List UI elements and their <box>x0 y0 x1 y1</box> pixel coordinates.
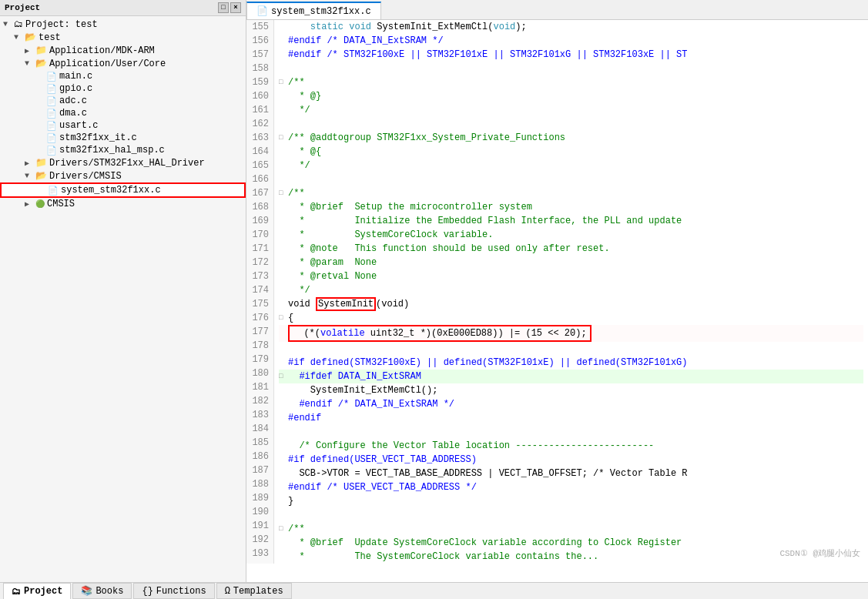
line-num-178: 178 <box>251 339 269 353</box>
tree-item-drivers-cmsis[interactable]: ▼📂Drivers/CMSIS <box>0 169 246 182</box>
fold-180[interactable]: □ <box>279 370 288 383</box>
tree-label-dma-c: dma.c <box>59 108 87 119</box>
tree-container: ▼🗂Project: test▼📂test▶📁Application/MDK-A… <box>0 16 246 582</box>
tree-item-stm32f1xx-it[interactable]: 📄stm32f1xx_it.c <box>0 132 246 144</box>
close-btn[interactable]: × <box>230 2 241 13</box>
line-num-166: 166 <box>251 172 269 186</box>
books-tab-label: Books <box>96 586 123 597</box>
tree-item-project-root[interactable]: ▼🗂Project: test <box>0 18 246 31</box>
tree-item-app-mdk[interactable]: ▶📁Application/MDK-ARM <box>0 44 246 57</box>
tree-item-usart-c[interactable]: 📄usart.c <box>0 119 246 132</box>
tree-item-app-user[interactable]: ▼📂Application/User/Core <box>0 57 246 70</box>
tree-label-cmsis: CMSIS <box>47 199 75 209</box>
tree-label-stm32f1xx-hal: stm32f1xx_hal_msp.c <box>59 145 165 156</box>
code-content-172: * @param None <box>288 256 863 269</box>
line-num-173: 173 <box>251 269 269 283</box>
folder-icon-drivers-hal: 📁 <box>35 157 47 169</box>
code-line-177: (*(volatile uint32_t *)(0xE000ED88)) |= … <box>279 325 863 342</box>
fold-163[interactable]: □ <box>279 131 288 145</box>
code-line-181: SystemInit_ExtMemCtl(); <box>279 383 863 397</box>
panel-title: Project <box>5 3 40 12</box>
code-content-182: #endif /* DATA_IN_ExtSRAM */ <box>288 397 863 411</box>
bottom-tab-project[interactable]: 🗂 Project <box>3 583 71 599</box>
code-content: 1551561571581591601611621631641651661671… <box>246 20 868 564</box>
code-content-162 <box>288 117 863 131</box>
code-area[interactable]: 1551561571581591601611621631641651661671… <box>246 20 868 582</box>
line-num-184: 184 <box>251 422 269 436</box>
line-num-170: 170 <box>251 228 269 242</box>
tree-item-gpio-c[interactable]: 📄gpio.c <box>0 82 246 95</box>
code-line-159: □/** <box>279 75 863 89</box>
code-content-174: */ <box>288 283 863 297</box>
tree-label-gpio-c: gpio.c <box>59 83 92 94</box>
fold-159[interactable]: □ <box>279 75 288 89</box>
line-num-190: 190 <box>251 505 269 519</box>
bottom-bar: 🗂 Project📚 Books{} FunctionsΩ Templates <box>0 582 868 599</box>
tree-item-cmsis[interactable]: ▶🟢CMSIS <box>0 198 246 210</box>
code-content-186: #if defined(USER_VECT_TAB_ADDRESS) <box>288 453 863 467</box>
code-line-164: * @{ <box>279 145 863 159</box>
line-num-187: 187 <box>251 463 269 477</box>
code-lines: static void SystemInit_ExtMemCtl(void);#… <box>274 20 868 564</box>
bottom-tab-books[interactable]: 📚 Books <box>72 583 132 599</box>
tree-label-system-stm32: system_stm32f1xx.c <box>61 185 161 196</box>
code-content-190 <box>288 508 863 522</box>
line-num-157: 157 <box>251 48 269 62</box>
active-tab[interactable]: 📄 system_stm32f1xx.c <box>246 2 381 19</box>
restore-btn[interactable]: □ <box>218 2 229 13</box>
tree-item-test[interactable]: ▼📂test <box>0 31 246 44</box>
code-content-166 <box>288 172 863 186</box>
bottom-tabs: 🗂 Project📚 Books{} FunctionsΩ Templates <box>3 583 292 599</box>
project-icon: 🗂 <box>14 18 23 30</box>
line-num-191: 191 <box>251 519 269 533</box>
code-content-160: * @} <box>288 89 863 103</box>
code-content-159: /** <box>288 75 863 89</box>
bottom-tab-functions[interactable]: {} Functions <box>133 583 214 599</box>
line-num-168: 168 <box>251 200 269 214</box>
code-content-157: #endif /* STM32F100xE || STM32F101xE || … <box>288 48 863 62</box>
expand-icon-drivers-cmsis: ▼ <box>25 172 35 180</box>
code-line-178 <box>279 342 863 356</box>
code-line-170: * SystemCoreClock variable. <box>279 228 863 242</box>
tree-item-adc-c[interactable]: 📄adc.c <box>0 95 246 107</box>
code-line-179: #if defined(STM32F100xE) || defined(STM3… <box>279 356 863 370</box>
code-line-184 <box>279 425 863 439</box>
code-line-162 <box>279 117 863 131</box>
code-content-179: #if defined(STM32F100xE) || defined(STM3… <box>288 356 863 370</box>
code-line-167: □/** <box>279 186 863 200</box>
code-content-184 <box>288 425 863 439</box>
code-panel: 📄 system_stm32f1xx.c 1551561571581591601… <box>246 0 868 582</box>
folder-icon-drivers-cmsis: 📂 <box>35 170 47 182</box>
line-num-167: 167 <box>251 186 269 200</box>
fold-167[interactable]: □ <box>279 186 288 200</box>
tree-item-main-c[interactable]: 📄main.c <box>0 70 246 82</box>
code-content-171: * @note This function should be used onl… <box>288 242 863 256</box>
line-num-176: 176 <box>251 311 269 325</box>
fold-191[interactable]: □ <box>279 522 288 536</box>
line-num-193: 193 <box>251 547 269 561</box>
tree-item-system-stm32[interactable]: 📄system_stm32f1xx.c <box>0 182 246 198</box>
code-line-180: □ #ifdef DATA_IN_ExtSRAM <box>279 370 863 383</box>
panel-buttons: □ × <box>218 2 241 13</box>
expand-icon-drivers-hal: ▶ <box>25 159 35 168</box>
file-icon-stm32f1xx-it: 📄 <box>46 133 57 143</box>
expand-icon-test: ▼ <box>14 33 25 42</box>
code-content-164: * @{ <box>288 145 863 159</box>
project-tab-label: Project <box>24 586 62 597</box>
bottom-tab-templates[interactable]: Ω Templates <box>216 583 292 599</box>
tree-item-stm32f1xx-hal[interactable]: 📄stm32f1xx_hal_msp.c <box>0 144 246 156</box>
tree-item-dma-c[interactable]: 📄dma.c <box>0 107 246 119</box>
code-line-168: * @brief Setup the microcontroller syste… <box>279 200 863 214</box>
fold-176[interactable]: □ <box>279 311 288 325</box>
code-content-169: * Initialize the Embedded Flash Interfac… <box>288 214 863 228</box>
line-num-161: 161 <box>251 103 269 117</box>
line-num-179: 179 <box>251 353 269 366</box>
tree-item-drivers-hal[interactable]: ▶📁Drivers/STM32F1xx_HAL_Driver <box>0 156 246 169</box>
tab-bar: 📄 system_stm32f1xx.c <box>246 0 868 20</box>
code-line-166 <box>279 172 863 186</box>
folder-green-icon-cmsis: 🟢 <box>35 199 45 209</box>
code-content-173: * @retval None <box>288 269 863 283</box>
line-num-155: 155 <box>251 20 269 34</box>
code-content-178 <box>288 342 863 356</box>
code-line-160: * @} <box>279 89 863 103</box>
